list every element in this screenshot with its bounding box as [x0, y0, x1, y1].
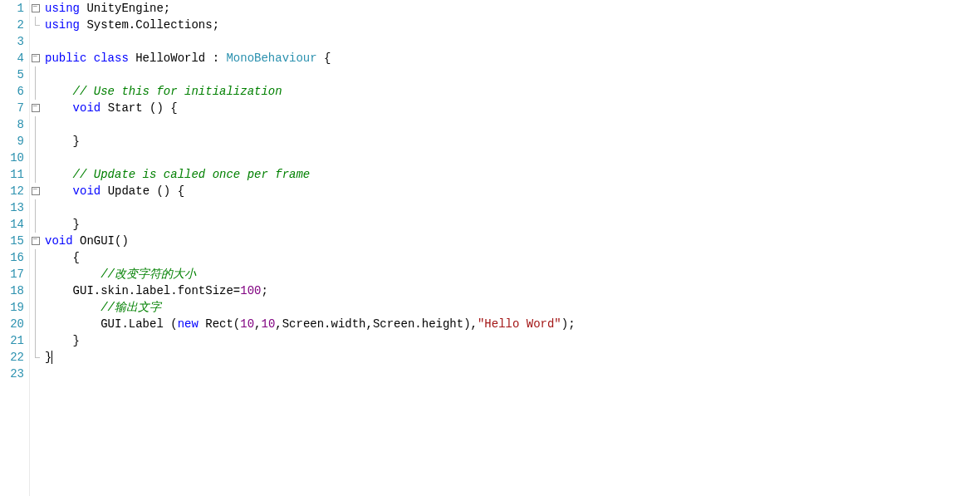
token-pln	[45, 118, 73, 131]
token-pln: Rect(	[205, 317, 240, 331]
token-pln: GUI.Label (	[45, 317, 178, 331]
code-line[interactable]: using UnityEngine;	[45, 0, 980, 17]
token-kw: using	[45, 18, 86, 32]
token-pln: Start () {	[108, 101, 178, 115]
code-line[interactable]	[45, 199, 980, 216]
fold-toggle-icon[interactable]	[30, 233, 42, 249]
fold-guide	[30, 216, 42, 233]
token-pln: :	[205, 52, 226, 65]
fold-guide	[30, 83, 42, 100]
fold-toggle-icon[interactable]	[30, 0, 42, 17]
code-line[interactable]: }	[45, 133, 980, 150]
line-number: 19	[0, 299, 24, 316]
fold-guide	[30, 266, 42, 282]
token-comment: // Use this for initialization	[73, 85, 282, 98]
code-editor[interactable]: 1234567891011121314151617181920212223 us…	[0, 0, 980, 496]
line-number: 5	[0, 66, 24, 83]
code-line[interactable]: }	[45, 332, 980, 349]
fold-guide	[30, 299, 42, 316]
code-line[interactable]: //改变字符的大小	[45, 266, 980, 282]
code-line[interactable]: void OnGUI()	[45, 233, 980, 249]
fold-guide-end	[30, 17, 42, 33]
code-area[interactable]: using UnityEngine;using System.Collectio…	[42, 0, 980, 496]
code-line[interactable]	[45, 366, 980, 382]
code-line[interactable]: GUI.Label (new Rect(10,10,Screen.width,S…	[45, 316, 980, 332]
line-number-gutter: 1234567891011121314151617181920212223	[0, 0, 30, 496]
token-pln: }	[45, 135, 80, 148]
code-line[interactable]: //输出文字	[45, 299, 980, 316]
text-caret	[51, 351, 52, 364]
fold-guide	[30, 166, 42, 183]
line-number: 8	[0, 116, 24, 133]
token-str: "Hello Word"	[478, 317, 561, 331]
line-number: 9	[0, 133, 24, 150]
fold-toggle-icon[interactable]	[30, 50, 42, 66]
line-number: 20	[0, 316, 24, 332]
fold-guide	[30, 332, 42, 349]
token-pln	[45, 85, 73, 98]
token-num: 100	[240, 284, 261, 297]
fold-empty	[30, 33, 42, 50]
fold-column[interactable]	[30, 0, 42, 496]
fold-guide	[30, 199, 42, 216]
line-number: 18	[0, 282, 24, 299]
token-pln: }	[45, 334, 80, 347]
line-number: 7	[0, 100, 24, 116]
fold-guide	[30, 150, 42, 166]
code-line[interactable]: public class HelloWorld : MonoBehaviour …	[45, 50, 980, 66]
token-comment: // Update is called once per frame	[73, 168, 311, 181]
token-pln: GUI.skin.label.fontSize=	[45, 284, 240, 297]
line-number: 15	[0, 233, 24, 249]
code-line[interactable]: void Start () {	[45, 100, 980, 116]
token-pln: ;	[213, 18, 219, 32]
line-number: 4	[0, 50, 24, 66]
token-pln: System.Collections	[86, 18, 212, 32]
fold-toggle-icon[interactable]	[30, 183, 42, 199]
line-number: 22	[0, 349, 24, 366]
token-pln	[45, 201, 73, 214]
line-number: 16	[0, 249, 24, 266]
token-num: 10	[240, 317, 254, 331]
line-number: 17	[0, 266, 24, 282]
fold-guide	[30, 116, 42, 133]
token-pln: UnityEngine	[86, 2, 163, 15]
code-line[interactable]: // Update is called once per frame	[45, 166, 980, 183]
token-pln: }	[45, 218, 80, 231]
token-pln: );	[561, 317, 576, 331]
line-number: 13	[0, 199, 24, 216]
token-comment: //改变字符的大小	[100, 268, 196, 281]
token-pln: ,Screen.width,Screen.height),	[275, 317, 478, 331]
token-kw: void	[73, 184, 108, 198]
token-pln	[45, 151, 73, 165]
token-pln	[45, 184, 73, 198]
code-line[interactable]	[45, 66, 980, 83]
line-number: 2	[0, 17, 24, 33]
code-line[interactable]: }	[45, 349, 980, 366]
line-number: 14	[0, 216, 24, 233]
code-line[interactable]	[45, 116, 980, 133]
token-pln: {	[45, 251, 80, 264]
code-line[interactable]: using System.Collections;	[45, 17, 980, 33]
token-pln: Update () {	[108, 184, 184, 198]
fold-toggle-icon[interactable]	[30, 100, 42, 116]
code-line[interactable]	[45, 150, 980, 166]
token-kw: void	[45, 234, 80, 248]
code-line[interactable]: }	[45, 216, 980, 233]
token-kw: public class	[45, 52, 135, 65]
token-kw: new	[178, 317, 206, 331]
line-number: 10	[0, 150, 24, 166]
token-pln	[45, 168, 73, 181]
fold-guide	[30, 66, 42, 83]
code-line[interactable]: // Use this for initialization	[45, 83, 980, 100]
token-pln: HelloWorld	[135, 52, 205, 65]
code-line[interactable]: void Update () {	[45, 183, 980, 199]
token-pln: {	[317, 52, 331, 65]
token-kw: using	[45, 2, 86, 15]
token-pln: }	[45, 351, 51, 364]
code-line[interactable]: {	[45, 249, 980, 266]
code-line[interactable]	[45, 33, 980, 50]
token-type: MonoBehaviour	[226, 52, 316, 65]
fold-guide	[30, 316, 42, 332]
code-line[interactable]: GUI.skin.label.fontSize=100;	[45, 282, 980, 299]
token-num: 10	[261, 317, 275, 331]
